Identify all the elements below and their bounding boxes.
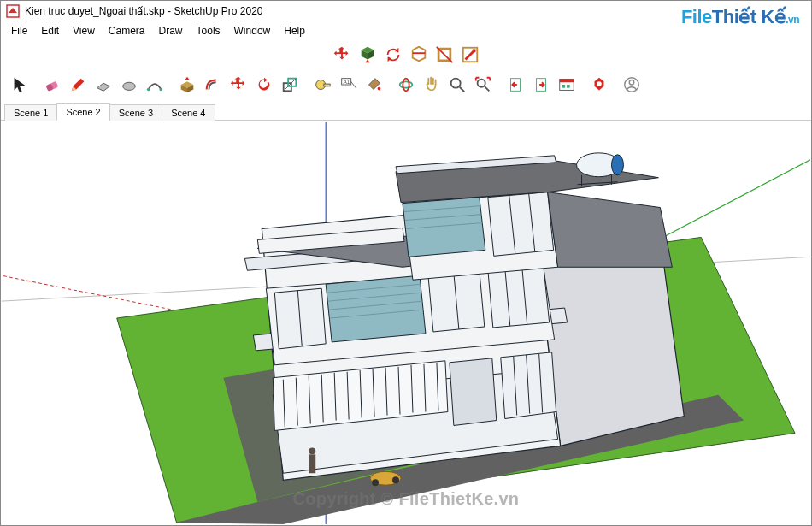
pencil-icon[interactable] <box>66 73 90 97</box>
circle-icon[interactable] <box>117 73 141 97</box>
svg-marker-75 <box>488 192 554 257</box>
menu-help[interactable]: Help <box>277 23 312 38</box>
svg-point-17 <box>403 79 409 92</box>
text-label-icon[interactable]: A1 <box>336 73 360 97</box>
tape-measure-icon[interactable] <box>310 73 334 97</box>
svg-point-90 <box>372 479 379 486</box>
section-view-icon[interactable] <box>458 43 482 67</box>
viewport-3d[interactable]: Copyright © FileThietKe.vn <box>2 122 810 524</box>
svg-point-28 <box>629 80 634 86</box>
svg-point-26 <box>597 81 602 86</box>
svg-marker-65 <box>488 264 550 328</box>
svg-point-8 <box>160 88 163 92</box>
svg-point-15 <box>378 87 381 91</box>
component-browser-icon[interactable] <box>555 73 579 97</box>
svg-rect-23 <box>560 80 574 83</box>
menu-window[interactable]: Window <box>227 23 278 38</box>
arc-icon[interactable] <box>143 73 167 97</box>
select-arrow-icon[interactable] <box>8 73 32 97</box>
svg-rect-12 <box>324 84 330 86</box>
svg-text:A1: A1 <box>344 79 350 85</box>
section-cut-icon[interactable] <box>407 43 431 67</box>
rotate-icon[interactable] <box>252 73 276 97</box>
svg-rect-24 <box>562 85 566 88</box>
toolbar-main: A1 <box>1 69 811 100</box>
menu-file[interactable]: File <box>4 23 34 38</box>
svg-point-91 <box>392 476 399 483</box>
sync-icon[interactable] <box>381 43 405 67</box>
offset-icon[interactable] <box>201 73 225 97</box>
zoom-icon[interactable] <box>445 73 469 97</box>
menu-camera[interactable]: Camera <box>102 23 152 38</box>
rectangle-icon[interactable] <box>91 73 115 97</box>
scene-tab-1[interactable]: Scene 1 <box>4 104 57 121</box>
section-plane-icon[interactable] <box>432 43 456 67</box>
menu-draw[interactable]: Draw <box>152 23 190 38</box>
app-icon <box>6 4 20 18</box>
menu-edit[interactable]: Edit <box>34 23 66 38</box>
move-4way-icon[interactable] <box>330 43 354 67</box>
svg-marker-49 <box>450 358 497 426</box>
svg-rect-87 <box>309 454 315 473</box>
push-pull-icon[interactable] <box>175 73 199 97</box>
user-account-icon[interactable] <box>620 73 644 97</box>
scale-icon[interactable] <box>278 73 302 97</box>
svg-point-19 <box>478 80 485 87</box>
menu-tools[interactable]: Tools <box>190 23 227 38</box>
menu-bar: File Edit View Camera Draw Tools Window … <box>1 21 811 40</box>
menu-view[interactable]: View <box>66 23 102 38</box>
move-icon[interactable] <box>227 73 250 97</box>
scene-tabs: Scene 1 Scene 2 Scene 3 Scene 4 <box>1 100 811 121</box>
svg-point-83 <box>611 155 623 175</box>
svg-point-88 <box>309 447 315 454</box>
scene-tab-3[interactable]: Scene 3 <box>109 104 162 121</box>
component-prev-icon[interactable] <box>503 73 527 97</box>
extension-warehouse-icon[interactable] <box>587 73 611 97</box>
svg-point-18 <box>451 79 461 88</box>
component-next-icon[interactable] <box>529 73 553 97</box>
orbit-icon[interactable] <box>394 73 418 97</box>
svg-point-6 <box>123 82 136 90</box>
pan-icon[interactable] <box>420 73 444 97</box>
svg-point-7 <box>147 88 150 92</box>
title-bar: Kien truc duyet_Ngoai thất.skp - SketchU… <box>1 1 811 21</box>
paint-bucket-icon[interactable] <box>362 73 385 97</box>
eraser-icon[interactable] <box>40 73 64 97</box>
figure-person <box>309 447 315 473</box>
window-title: Kien truc duyet_Ngoai thất.skp - SketchU… <box>25 5 262 17</box>
toolbar-section <box>1 40 811 69</box>
svg-rect-25 <box>567 85 570 88</box>
zoom-extents-icon[interactable] <box>471 73 495 97</box>
scene-tab-4[interactable]: Scene 4 <box>162 104 215 121</box>
svg-point-16 <box>400 81 413 87</box>
scene-tab-2[interactable]: Scene 2 <box>56 103 109 121</box>
extrude-down-icon[interactable] <box>356 43 380 67</box>
